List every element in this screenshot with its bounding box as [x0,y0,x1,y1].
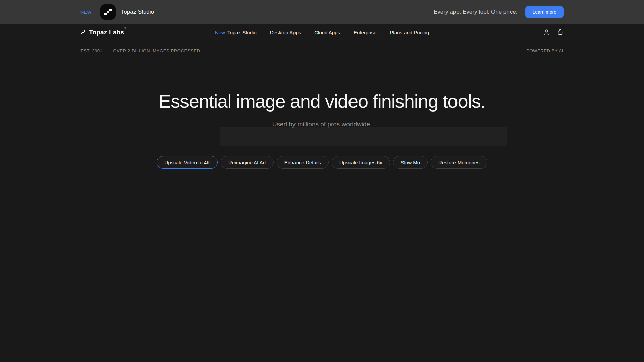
nav-icon-group [543,29,564,35]
hero-background-glow [220,127,507,146]
nav-item-label: Desktop Apps [270,29,301,35]
images-processed-label: OVER 2 BILLION IMAGES PROCESSED [113,48,200,53]
account-icon [543,29,550,35]
nav-item-label: Plans and Pricing [390,29,429,35]
stats-bar: EST. 2001 OVER 2 BILLION IMAGES PROCESSE… [0,40,644,53]
powered-by-ai-label: POWERED BY AI [526,48,564,53]
feature-pill-row: Upscale Video to 4K Reimagine AI Art Enh… [0,156,644,169]
brand-name: Topaz Labs® [89,28,126,36]
announcement-right: Every app. Every tool. One price. Learn … [434,6,564,18]
announcement-app-name: Topaz Studio [121,9,154,15]
established-label: EST. 2001 [80,48,102,53]
pill-restore-memories[interactable]: Restore Memories [431,156,487,169]
topaz-labs-logo-icon [80,29,86,35]
announcement-tagline: Every app. Every tool. One price. [434,9,517,15]
topaz-studio-app-icon [100,4,116,20]
bag-icon [557,29,564,35]
announcement-left[interactable]: NEW Topaz Studio [80,4,154,20]
nav-item-enterprise[interactable]: Enterprise [354,29,376,35]
pill-slow-mo[interactable]: Slow Mo [393,156,428,169]
nav-item-desktop-apps[interactable]: Desktop Apps [270,29,301,35]
account-button[interactable] [543,29,550,35]
registered-mark: ® [124,26,126,29]
hero-heading: Essential image and video finishing tool… [0,90,644,112]
hero-subheading: Used by millions of pros worldwide. [0,121,644,128]
pill-reimagine-ai-art[interactable]: Reimagine AI Art [221,156,274,169]
pill-enhance-details[interactable]: Enhance Details [277,156,329,169]
hero-section: Essential image and video finishing tool… [0,90,644,169]
topaz-labs-logo[interactable]: Topaz Labs® [80,28,126,36]
page: NEW Topaz Studio Every app. Every tool. … [0,0,644,362]
announcement-bar: NEW Topaz Studio Every app. Every tool. … [0,0,644,24]
nav-item-cloud-apps[interactable]: Cloud Apps [314,29,340,35]
nav-item-label: Enterprise [354,29,376,35]
pill-upscale-images-6x[interactable]: Upscale Images 6x [332,156,390,169]
nav-item-label: Cloud Apps [314,29,340,35]
nav-item-topaz-studio[interactable]: New Topaz Studio [215,29,257,35]
pixel-stairs-icon [103,7,113,17]
cart-button[interactable] [557,29,564,35]
main-navbar: Topaz Labs® New Topaz Studio Desktop App… [0,24,644,40]
nav-new-badge: New [215,29,225,35]
learn-more-button[interactable]: Learn more [525,6,564,18]
nav-item-plans-pricing[interactable]: Plans and Pricing [390,29,429,35]
new-badge: NEW [80,10,92,15]
nav-links: New Topaz Studio Desktop Apps Cloud Apps… [215,24,429,40]
nav-item-label: Topaz Studio [227,29,257,35]
pill-upscale-video-4k[interactable]: Upscale Video to 4K [157,156,218,169]
